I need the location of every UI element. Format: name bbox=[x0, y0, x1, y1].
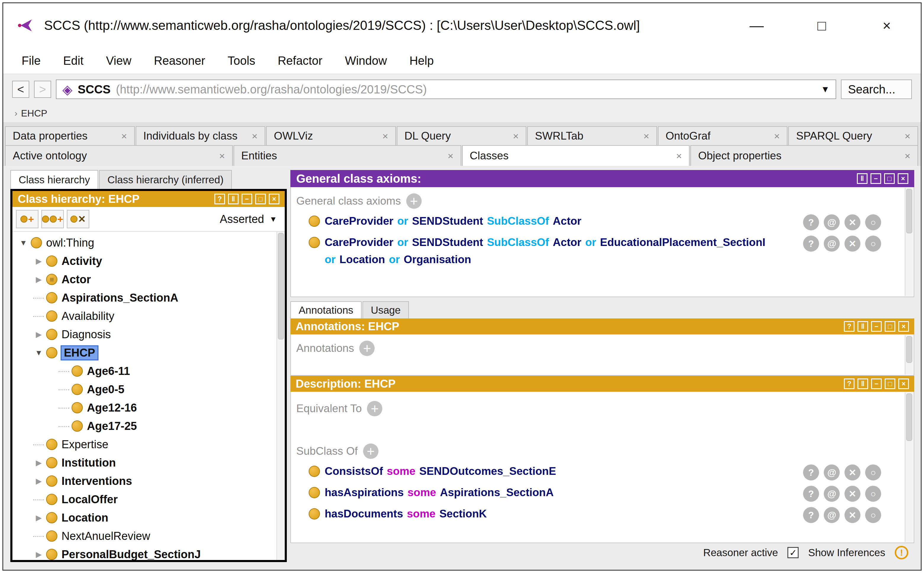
header-hsplit-icon[interactable]: − bbox=[871, 379, 882, 389]
minimize-button[interactable]: — bbox=[746, 17, 767, 34]
tab-annotations[interactable]: Annotations bbox=[290, 301, 362, 318]
tab-dl-query[interactable]: DL Query× bbox=[397, 126, 526, 145]
scrollbar-thumb[interactable] bbox=[906, 336, 912, 363]
tree-scrollbar[interactable] bbox=[276, 232, 285, 560]
close-button[interactable]: × bbox=[876, 17, 897, 34]
header-close-icon[interactable]: × bbox=[898, 321, 909, 332]
tree-item-nextanuelreview[interactable]: NextAnuelReview bbox=[13, 527, 276, 545]
explain-button[interactable]: ? bbox=[803, 465, 819, 481]
tab-close-icon[interactable]: × bbox=[214, 150, 225, 162]
tree-expander-closed-icon[interactable]: ▶ bbox=[31, 477, 46, 486]
header-float-icon[interactable]: □ bbox=[885, 379, 895, 389]
header-float-icon[interactable]: □ bbox=[884, 173, 895, 184]
explain-button[interactable]: ? bbox=[803, 214, 819, 230]
delete-button[interactable]: ✕ bbox=[844, 465, 860, 481]
tree-expander-open-icon[interactable]: ▼ bbox=[31, 348, 46, 357]
tree-expander-closed-icon[interactable]: ▶ bbox=[31, 330, 46, 339]
menu-item-refactor[interactable]: Refactor bbox=[266, 54, 334, 67]
tab-close-icon[interactable]: × bbox=[377, 130, 388, 142]
header-help-icon[interactable]: ? bbox=[215, 194, 225, 204]
search-button[interactable]: Search... bbox=[841, 80, 912, 99]
scrollbar-thumb[interactable] bbox=[906, 393, 912, 441]
tab-close-icon[interactable]: × bbox=[507, 130, 518, 142]
delete-button[interactable]: ✕ bbox=[844, 214, 860, 230]
header-split-icon[interactable]: ‖ bbox=[857, 379, 868, 389]
delete-class-button[interactable]: ✕ bbox=[67, 210, 89, 228]
edit-button[interactable]: ○ bbox=[865, 214, 881, 230]
menu-item-view[interactable]: View bbox=[95, 54, 143, 67]
asserted-dropdown[interactable]: Asserted ▼ bbox=[216, 210, 281, 228]
description-scrollbar[interactable] bbox=[905, 392, 913, 542]
tab-usage[interactable]: Usage bbox=[362, 301, 409, 318]
header-help-icon[interactable]: ? bbox=[844, 379, 855, 389]
tab-class-hierarchy-inferred[interactable]: Class hierarchy (inferred) bbox=[99, 170, 232, 189]
tree-item-owl-thing[interactable]: ▼owl:Thing bbox=[13, 233, 276, 252]
tree-item-ehcp[interactable]: ▼EHCP bbox=[13, 344, 276, 362]
add-sibling-class-button[interactable]: + bbox=[41, 210, 64, 228]
scrollbar-thumb[interactable] bbox=[906, 189, 912, 233]
header-help-icon[interactable]: ? bbox=[844, 321, 855, 332]
tab-classes[interactable]: Classes× bbox=[462, 145, 690, 166]
tree-expander-open-icon[interactable]: ▼ bbox=[16, 238, 31, 247]
edit-button[interactable]: ○ bbox=[865, 465, 881, 481]
header-close-icon[interactable]: × bbox=[898, 173, 908, 184]
header-hsplit-icon[interactable]: − bbox=[871, 173, 881, 184]
breadcrumb-item[interactable]: EHCP bbox=[21, 108, 47, 119]
tree-item-location[interactable]: ▶Location bbox=[13, 509, 276, 527]
edit-button[interactable]: ○ bbox=[865, 486, 881, 502]
tree-expander-closed-icon[interactable]: ▶ bbox=[31, 513, 46, 523]
delete-button[interactable]: ✕ bbox=[844, 507, 860, 523]
explain-button[interactable]: ? bbox=[803, 236, 819, 252]
delete-button[interactable]: ✕ bbox=[844, 486, 860, 502]
tree-item-actor[interactable]: ▶≡Actor bbox=[13, 270, 276, 288]
scrollbar-thumb[interactable] bbox=[278, 233, 284, 340]
warning-icon[interactable]: ! bbox=[895, 546, 908, 559]
header-split-icon[interactable]: ‖ bbox=[857, 321, 868, 332]
tab-close-icon[interactable]: × bbox=[670, 150, 682, 162]
tree-item-aspirations-sectiona[interactable]: Aspirations_SectionA bbox=[13, 288, 276, 307]
annotations-scrollbar[interactable] bbox=[905, 335, 913, 374]
header-split-icon[interactable]: ‖ bbox=[857, 173, 868, 184]
menu-item-file[interactable]: File bbox=[10, 54, 52, 67]
show-inferences-checkbox[interactable]: ✓ bbox=[788, 547, 799, 558]
tree-item-age0-5[interactable]: Age0-5 bbox=[13, 380, 276, 399]
tree-item-activity[interactable]: ▶Activity bbox=[13, 252, 276, 270]
tab-close-icon[interactable]: × bbox=[769, 130, 780, 142]
tab-ontograf[interactable]: OntoGraf× bbox=[658, 126, 788, 145]
tree-item-localoffer[interactable]: LocalOffer bbox=[13, 490, 276, 509]
header-split-icon[interactable]: ‖ bbox=[228, 194, 239, 204]
header-float-icon[interactable]: □ bbox=[885, 321, 895, 332]
tab-swrltab[interactable]: SWRLTab× bbox=[527, 126, 657, 145]
explain-button[interactable]: ? bbox=[803, 507, 819, 523]
tab-entities[interactable]: Entities× bbox=[233, 145, 461, 166]
tab-close-icon[interactable]: × bbox=[246, 130, 258, 142]
menu-item-tools[interactable]: Tools bbox=[216, 54, 266, 67]
forward-button[interactable]: > bbox=[34, 81, 51, 98]
gca-scrollbar[interactable] bbox=[905, 188, 913, 296]
back-button[interactable]: < bbox=[12, 81, 29, 98]
tab-close-icon[interactable]: × bbox=[638, 130, 649, 142]
header-close-icon[interactable]: × bbox=[898, 379, 909, 389]
tree-item-age6-11[interactable]: Age6-11 bbox=[13, 362, 276, 380]
annotate-button[interactable]: @ bbox=[824, 236, 840, 252]
header-hsplit-icon[interactable]: − bbox=[871, 321, 882, 332]
maximize-button[interactable]: □ bbox=[811, 17, 832, 34]
tree-item-institution[interactable]: ▶Institution bbox=[13, 454, 276, 472]
tab-close-icon[interactable]: × bbox=[899, 130, 910, 142]
tree-item-diagnosis[interactable]: ▶Diagnosis bbox=[13, 325, 276, 344]
annotate-button[interactable]: @ bbox=[824, 465, 840, 481]
tab-close-icon[interactable]: × bbox=[442, 150, 454, 162]
dropdown-arrow-icon[interactable]: ▼ bbox=[815, 84, 830, 94]
menu-item-help[interactable]: Help bbox=[398, 54, 445, 67]
header-hsplit-icon[interactable]: − bbox=[241, 194, 252, 204]
menu-item-reasoner[interactable]: Reasoner bbox=[143, 54, 216, 67]
tab-class-hierarchy[interactable]: Class hierarchy bbox=[10, 170, 98, 189]
add-equivalent-class-button[interactable]: + bbox=[367, 401, 382, 416]
menu-item-window[interactable]: Window bbox=[334, 54, 398, 67]
tree-item-interventions[interactable]: ▶Interventions bbox=[13, 472, 276, 490]
annotate-button[interactable]: @ bbox=[824, 486, 840, 502]
tree-expander-closed-icon[interactable]: ▶ bbox=[31, 275, 46, 284]
tree-item-availability[interactable]: Availability bbox=[13, 307, 276, 325]
delete-button[interactable]: ✕ bbox=[844, 236, 860, 252]
tree-expander-closed-icon[interactable]: ▶ bbox=[31, 458, 46, 467]
